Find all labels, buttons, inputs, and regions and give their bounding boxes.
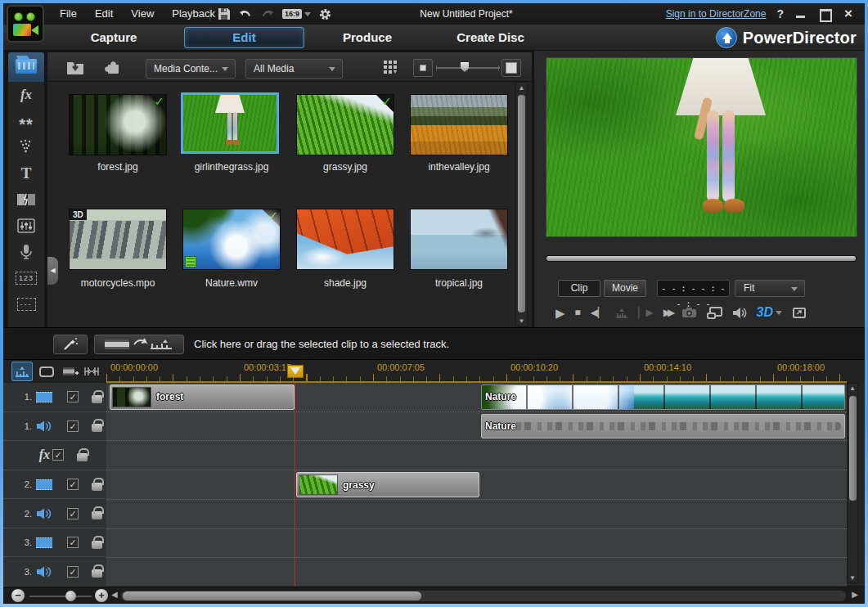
track-lock-icon[interactable] bbox=[92, 395, 102, 403]
sign-in-link[interactable]: Sign in to DirectorZone bbox=[666, 8, 767, 20]
close-button[interactable]: × bbox=[842, 8, 855, 20]
track-lock-icon[interactable] bbox=[92, 569, 102, 578]
save-icon[interactable] bbox=[218, 7, 231, 20]
scroll-up-icon[interactable]: ▲ bbox=[516, 83, 527, 93]
clip-nature-audio[interactable]: Nature bbox=[481, 414, 845, 439]
timecode-display[interactable]: - - : - - : - - : - - bbox=[657, 280, 730, 297]
preview-zoom-dropdown[interactable]: Fit bbox=[735, 280, 805, 297]
sidebar-item-effect-room[interactable]: fx bbox=[8, 82, 44, 108]
track-lock-icon[interactable] bbox=[92, 483, 102, 491]
menu-edit[interactable]: Edit bbox=[86, 3, 122, 25]
insert-to-timeline-button[interactable] bbox=[94, 335, 184, 354]
sidebar-item-particle-room[interactable] bbox=[8, 134, 44, 160]
content-filter-dropdown[interactable]: Media Conte... bbox=[146, 59, 236, 79]
media-thumbnail-nature[interactable]: ✓ bbox=[182, 209, 281, 270]
large-thumbnail-button[interactable] bbox=[501, 59, 521, 77]
sidebar-item-pip-objects-room[interactable]: ** bbox=[8, 108, 44, 134]
next-frame-button[interactable]: ▏▶ bbox=[638, 308, 653, 317]
help-button[interactable]: ? bbox=[776, 7, 784, 20]
plugin-puzzle-button[interactable] bbox=[100, 55, 126, 79]
media-thumbnail-tropical[interactable] bbox=[410, 209, 508, 270]
sidebar-item-voiceover-room[interactable] bbox=[8, 239, 44, 265]
stop-button[interactable]: ■ bbox=[575, 308, 581, 317]
clip-mode-button[interactable]: Clip bbox=[558, 280, 600, 297]
track-enable-checkbox[interactable]: ✓ bbox=[67, 566, 79, 578]
preview-seek-bar[interactable] bbox=[546, 255, 857, 262]
audio-track-1[interactable]: Nature bbox=[106, 412, 847, 442]
maximize-button[interactable] bbox=[818, 8, 831, 20]
track-enable-checkbox[interactable]: ✓ bbox=[67, 479, 79, 490]
scroll-left-icon[interactable]: ◀ bbox=[111, 590, 118, 599]
magic-wand-button[interactable] bbox=[53, 335, 88, 354]
scroll-up-icon[interactable]: ▲ bbox=[848, 384, 857, 392]
media-type-dropdown[interactable]: All Media bbox=[245, 59, 343, 79]
scroll-down-icon[interactable]: ▼ bbox=[848, 574, 857, 582]
undock-preview-icon[interactable] bbox=[792, 307, 807, 319]
slider-thumb[interactable] bbox=[65, 591, 76, 601]
zoom-out-button[interactable]: − bbox=[11, 589, 25, 602]
menu-file[interactable]: File bbox=[51, 3, 86, 25]
aspect-ratio-dropdown[interactable]: 16:9 bbox=[282, 9, 311, 19]
media-thumbnail-girlinthegrass[interactable] bbox=[181, 92, 279, 154]
playhead-line[interactable] bbox=[295, 383, 295, 587]
timeline-zoom-slider[interactable] bbox=[29, 589, 92, 602]
fx-track[interactable] bbox=[106, 441, 847, 470]
sidebar-item-audio-mixing-room[interactable] bbox=[8, 213, 44, 239]
volume-speaker-icon[interactable] bbox=[732, 307, 747, 319]
sort-view-button[interactable] bbox=[380, 55, 401, 79]
track-lock-icon[interactable] bbox=[92, 541, 102, 549]
track-enable-checkbox[interactable]: ✓ bbox=[52, 449, 64, 461]
tab-edit-active[interactable]: Edit bbox=[184, 27, 304, 48]
video-track-3[interactable] bbox=[106, 529, 847, 559]
thumbnail-size-slider[interactable] bbox=[436, 62, 500, 72]
minimize-button[interactable] bbox=[794, 8, 807, 20]
3d-mode-button[interactable]: 3D bbox=[757, 305, 782, 320]
track-enable-checkbox[interactable]: ✓ bbox=[67, 508, 79, 519]
video-track-1[interactable]: forest Nature bbox=[106, 383, 847, 412]
video-track-2[interactable]: grassy bbox=[106, 470, 847, 500]
track-enable-checkbox[interactable]: ✓ bbox=[67, 537, 79, 548]
tab-capture[interactable]: Capture bbox=[61, 25, 167, 51]
play-button[interactable]: ▶ bbox=[555, 307, 565, 319]
media-thumbnail-inthevalley[interactable] bbox=[410, 94, 508, 155]
tab-produce[interactable]: Produce bbox=[314, 25, 421, 51]
timeline-ruler[interactable]: 00:00:00:00 00:00:03:15 00:00:07:05 00:0… bbox=[106, 360, 847, 383]
timeline-scrollbar-vertical[interactable]: ▲ ▼ bbox=[847, 383, 858, 583]
sidebar-item-title-room[interactable]: T bbox=[8, 160, 44, 187]
clip-forest[interactable]: forest bbox=[110, 384, 295, 410]
scroll-down-icon[interactable]: ▼ bbox=[516, 316, 527, 326]
undo-icon[interactable] bbox=[238, 8, 253, 20]
zoom-in-button[interactable]: + bbox=[95, 589, 108, 602]
scroll-right-icon[interactable]: ▶ bbox=[852, 590, 858, 599]
track-manager-button[interactable] bbox=[60, 362, 81, 381]
previous-frame-button[interactable]: ◀▏ bbox=[591, 308, 605, 317]
media-thumbnail-forest[interactable]: ✓ bbox=[69, 94, 167, 155]
track-lock-icon[interactable] bbox=[77, 453, 88, 461]
collapse-panel-handle[interactable]: ◀ bbox=[47, 257, 58, 285]
library-scrollbar[interactable]: ▲ ▼ bbox=[515, 82, 528, 327]
track-enable-checkbox[interactable]: ✓ bbox=[67, 420, 79, 432]
playhead-handle[interactable] bbox=[287, 365, 304, 378]
scrollbar-thumb[interactable] bbox=[123, 591, 421, 600]
settings-gear-icon[interactable] bbox=[318, 7, 332, 21]
sidebar-item-media-room-active[interactable] bbox=[8, 52, 44, 82]
menu-view[interactable]: View bbox=[122, 3, 163, 25]
track-enable-checkbox[interactable]: ✓ bbox=[67, 391, 79, 402]
track-lock-icon[interactable] bbox=[92, 511, 102, 519]
clip-grassy[interactable]: grassy bbox=[296, 472, 479, 497]
snapshot-camera-icon[interactable] bbox=[681, 307, 697, 318]
mark-in-button[interactable] bbox=[615, 307, 628, 318]
movie-mode-button[interactable]: Movie bbox=[604, 280, 646, 297]
sidebar-item-subtitle-room[interactable]: --- bbox=[8, 291, 44, 317]
media-thumbnail-shade[interactable] bbox=[296, 209, 394, 270]
scrollbar-thumb[interactable] bbox=[849, 396, 857, 501]
media-thumbnail-motorcycles[interactable]: 3D bbox=[69, 209, 167, 270]
media-thumbnail-grassy[interactable]: ✓ bbox=[296, 94, 394, 155]
preview-video[interactable] bbox=[546, 57, 857, 237]
redo-icon[interactable] bbox=[260, 8, 275, 20]
storyboard-view-button[interactable] bbox=[36, 362, 57, 381]
slider-thumb[interactable] bbox=[461, 62, 469, 72]
clip-nature-video[interactable]: Nature bbox=[481, 384, 845, 410]
timeline-view-button[interactable] bbox=[11, 362, 33, 381]
import-media-button[interactable] bbox=[62, 55, 88, 79]
